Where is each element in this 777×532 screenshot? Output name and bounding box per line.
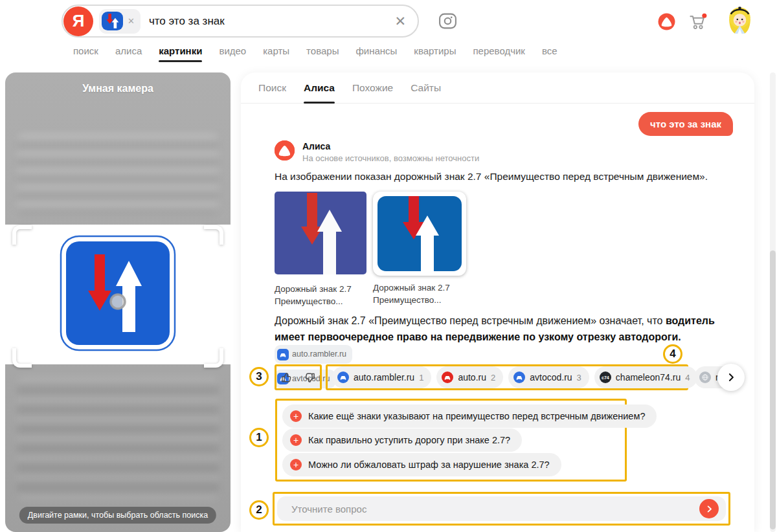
camera-panel-title: Умная камера: [5, 83, 231, 94]
annotation-1: 1: [249, 428, 269, 447]
nav-images[interactable]: картинки: [159, 45, 202, 62]
suggestion-button[interactable]: + Можно ли обжаловать штраф за нарушение…: [282, 453, 561, 476]
scrollbar-thumb[interactable]: [770, 250, 776, 529]
crop-hint: Двигайте рамки, чтобы выбрать область по…: [19, 507, 216, 524]
remove-image-icon[interactable]: ✕: [128, 17, 135, 25]
caption-line: Дорожный знак 2.7: [275, 283, 366, 295]
globe-icon: [699, 371, 711, 383]
caption-line: Преимущество...: [275, 295, 366, 307]
feedback-annotation-box: [275, 364, 322, 390]
avatar-image: [725, 5, 754, 34]
tab-sites[interactable]: Сайты: [411, 72, 441, 103]
camera-glyph: [438, 11, 458, 31]
image-result-card[interactable]: Дорожный знак 2.7 Преимущество...: [275, 192, 366, 307]
clear-search-icon[interactable]: ✕: [394, 14, 406, 29]
alisa-glyph: [658, 13, 675, 30]
crop-handle-bottom-left[interactable]: [12, 348, 32, 368]
nav-finance[interactable]: финансы: [355, 45, 397, 62]
followup-input-pill[interactable]: [277, 496, 726, 521]
crop-handle-top-right[interactable]: [204, 225, 223, 245]
followup-input[interactable]: [277, 504, 699, 515]
nav-translate[interactable]: переводчик: [473, 45, 524, 62]
thumbs-down-icon[interactable]: [303, 371, 317, 384]
suggestion-button[interactable]: + Как правильно уступить дорогу при знак…: [282, 428, 522, 452]
yandex-logo[interactable]: Я: [63, 6, 93, 36]
cart-icon[interactable]: [688, 11, 709, 35]
source-number: 4: [685, 373, 690, 382]
send-chevron-icon: [704, 504, 714, 514]
caption-line: Дорожный знак 2.7: [373, 282, 466, 294]
suggestion-button[interactable]: + Какие ещё знаки указывают на преимущес…: [282, 405, 657, 428]
page-scrollbar[interactable]: [770, 72, 776, 532]
nav-all[interactable]: все: [542, 45, 557, 62]
source-chip[interactable]: avtocod.ru 3: [508, 366, 589, 388]
thumbs-up-icon[interactable]: [280, 371, 293, 384]
suggestions-annotation-box: + Какие ещё знаки указывают на преимущес…: [275, 399, 627, 482]
inline-source-label: auto.rambler.ru: [292, 346, 346, 362]
nav-flats[interactable]: квартиры: [414, 45, 456, 62]
sources-annotation-box: auto.rambler.ru 1 auto.ru 2 avtocod.ru 3…: [326, 364, 688, 390]
source-chip[interactable]: c74 chameleon74.ru 4: [594, 366, 698, 388]
chevron-right-icon: [725, 371, 738, 384]
source-site: chameleon74.ru: [616, 372, 681, 382]
car-icon: [513, 371, 525, 383]
answer-text: Дорожный знак 2.7 «Преимущество перед вс…: [275, 315, 666, 326]
input-annotation-box: [273, 492, 730, 526]
inline-source-chip[interactable]: auto.rambler.ru: [275, 345, 352, 364]
results-card: Поиск Алиса Похожие Сайты что это за зна…: [241, 72, 754, 532]
nav-goods[interactable]: товары: [306, 45, 339, 62]
source-site: auto.rambler.ru: [354, 372, 414, 382]
car-icon: [442, 371, 453, 383]
nav-video[interactable]: видео: [219, 45, 246, 62]
send-button[interactable]: [699, 499, 719, 518]
caption-line: Преимущество...: [373, 294, 466, 306]
image-caption: Дорожный знак 2.7 Преимущество...: [275, 283, 366, 307]
source-chip[interactable]: auto.rambler.ru 1: [332, 366, 431, 388]
image-caption: Дорожный знак 2.7 Преимущество...: [373, 282, 466, 306]
annotation-2: 2: [249, 500, 269, 520]
user-query-bubble: что это за знак: [638, 112, 733, 136]
smart-camera-icon[interactable]: [438, 11, 458, 34]
source-site: avtocod.ru: [530, 372, 572, 382]
tab-similar[interactable]: Похожие: [352, 72, 393, 103]
scroll-sources-right-button[interactable]: [717, 364, 745, 391]
nav-alisa[interactable]: алиса: [115, 45, 142, 62]
search-bar[interactable]: Я ✕ ✕: [62, 5, 419, 38]
results-tabs: Поиск Алиса Похожие Сайты: [241, 72, 754, 104]
c74-favicon: c74: [600, 371, 611, 383]
blurred-background: [17, 377, 219, 500]
smart-camera-panel: Умная камера Двигайте рамки, чтобы выбра…: [5, 72, 231, 532]
annotation-4: 4: [663, 344, 682, 364]
road-sign-image: [60, 235, 176, 351]
source-site: auto.ru: [458, 372, 486, 382]
alisa-header-icon[interactable]: [658, 13, 675, 33]
image-results: Дорожный знак 2.7 Преимущество... Дорожн…: [275, 192, 466, 307]
alisa-disclaimer: На основе источников, возможны неточност…: [302, 153, 479, 163]
alisa-name: Алиса: [302, 140, 479, 151]
suggestion-label: Можно ли обжаловать штраф за нарушение з…: [308, 460, 550, 470]
crop-handle-top-left[interactable]: [12, 225, 32, 245]
annotation-3: 3: [249, 367, 269, 386]
plus-icon: +: [290, 410, 302, 422]
cart-glyph: [688, 11, 709, 32]
service-nav: поиск алиса картинки видео карты товары …: [73, 45, 557, 62]
search-input[interactable]: [149, 15, 394, 28]
road-sign-thumb-blue: [377, 196, 462, 271]
nav-maps[interactable]: карты: [263, 45, 289, 62]
crop-handle-bottom-right[interactable]: [204, 348, 223, 368]
avatar[interactable]: [725, 5, 754, 37]
nav-search[interactable]: поиск: [73, 45, 98, 62]
image-result-card[interactable]: Дорожный знак 2.7 Преимущество...: [373, 192, 466, 306]
source-number: 1: [419, 373, 423, 382]
search-image-chip[interactable]: ✕: [99, 9, 141, 34]
answer-intro: На изображении показан дорожный знак 2.7…: [275, 171, 738, 183]
source-chip[interactable]: auto.ru 2: [436, 366, 503, 388]
road-sign-thumb-navy: [275, 192, 366, 274]
plus-icon: +: [290, 434, 302, 446]
road-sign-thumbnail-icon: [102, 12, 123, 30]
source-number: 2: [491, 373, 495, 382]
suggestion-label: Как правильно уступить дорогу при знаке …: [308, 435, 510, 445]
tab-search[interactable]: Поиск: [258, 72, 286, 103]
blurred-background: [17, 134, 219, 215]
tab-alisa[interactable]: Алиса: [304, 72, 335, 103]
